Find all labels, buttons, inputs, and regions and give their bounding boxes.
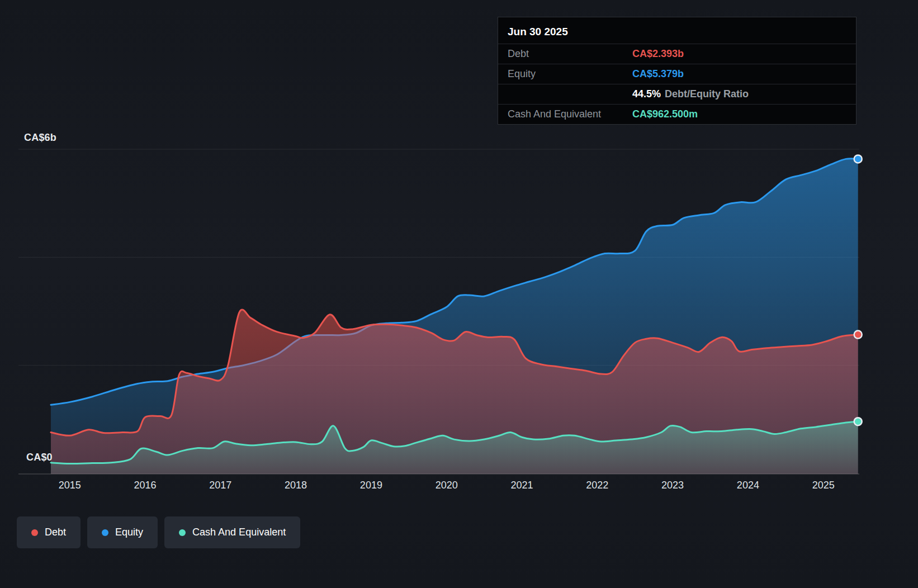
- x-axis-label: 2023: [661, 480, 684, 491]
- tooltip-row-debt: Debt CA$2.393b: [498, 44, 856, 64]
- x-axis: 2015 2016 2017 2018 2019 2020 2021 2022 …: [0, 480, 918, 494]
- x-axis-label: 2016: [134, 480, 156, 491]
- cash-series-dot-icon: [179, 529, 186, 536]
- legend-equity-label: Equity: [115, 527, 143, 538]
- tooltip-ratio-label: Debt/Equity Ratio: [665, 88, 749, 99]
- x-axis-label: 2021: [510, 480, 533, 491]
- x-axis-label: 2019: [360, 480, 382, 491]
- tooltip-row-ratio: 44.5%Debt/Equity Ratio: [498, 84, 856, 104]
- legend-item-equity[interactable]: Equity: [87, 516, 158, 548]
- tooltip-date: Jun 30 2025: [498, 17, 856, 44]
- tooltip-row-equity: Equity CA$5.379b: [498, 64, 856, 84]
- tooltip-ratio-value: 44.5%: [632, 88, 661, 99]
- legend-item-cash[interactable]: Cash And Equivalent: [164, 516, 300, 548]
- debt-equity-history-panel: CA$6b CA$0 2015 2016 2017 2018 2019 2020…: [0, 0, 918, 588]
- x-axis-label: 2024: [737, 480, 759, 491]
- legend: Debt Equity Cash And Equivalent: [17, 516, 300, 548]
- tooltip-debt-value: CA$2.393b: [632, 48, 684, 60]
- y-axis-label-bottom: CA$0: [26, 452, 53, 463]
- tooltip: Jun 30 2025 Debt CA$2.393b Equity CA$5.3…: [498, 17, 857, 125]
- debt-series-dot-icon: [31, 529, 38, 536]
- x-axis-label: 2025: [812, 480, 835, 491]
- x-axis-label: 2015: [59, 480, 81, 491]
- x-axis-label: 2017: [209, 480, 231, 491]
- tooltip-equity-label: Equity: [508, 68, 632, 80]
- y-axis-label-top: CA$6b: [24, 132, 56, 144]
- tooltip-debt-label: Debt: [508, 48, 632, 60]
- legend-debt-label: Debt: [45, 527, 66, 538]
- equity-series-dot-icon: [102, 529, 108, 536]
- legend-item-debt[interactable]: Debt: [17, 516, 81, 548]
- tooltip-cash-value: CA$962.500m: [632, 108, 698, 120]
- tooltip-cash-label: Cash And Equivalent: [508, 108, 632, 120]
- x-axis-label: 2020: [436, 480, 458, 491]
- x-axis-label: 2018: [285, 480, 307, 491]
- x-axis-label: 2022: [586, 480, 608, 491]
- tooltip-equity-value: CA$5.379b: [632, 68, 684, 80]
- legend-cash-label: Cash And Equivalent: [192, 527, 286, 538]
- tooltip-row-cash: Cash And Equivalent CA$962.500m: [498, 104, 856, 124]
